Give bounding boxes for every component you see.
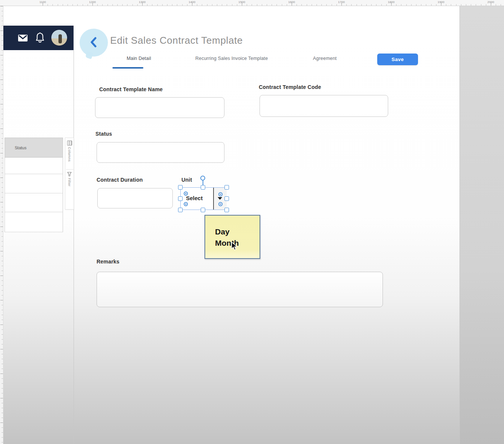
status-table: Status [5, 138, 63, 232]
ruler-tick-label: 2000 [487, 0, 494, 4]
dropdown-options-note: Day Month [204, 215, 260, 259]
resize-handle-w[interactable] [178, 196, 183, 201]
ruler-tick-label: 1800 [388, 0, 395, 4]
contract-duration-label: Contract Duration [97, 177, 143, 183]
tab-recurring-sales-invoice-template[interactable]: Recurring Sales Invoice Template [195, 56, 268, 61]
filter-tool[interactable]: Filter [65, 172, 74, 187]
mouse-cursor-icon [231, 242, 238, 251]
option-day[interactable]: Day [215, 227, 230, 236]
mail-icon[interactable] [18, 34, 28, 42]
save-button[interactable]: Save [377, 54, 418, 65]
active-tab-indicator [112, 67, 143, 69]
chevron-left-icon[interactable] [89, 36, 99, 48]
contract-duration-input[interactable] [97, 188, 173, 208]
resize-handle-sw[interactable] [178, 208, 183, 212]
horizontal-ruler: 1100 1200 1300 1400 1500 1600 1700 1800 … [0, 0, 504, 6]
resize-handle-ne[interactable] [224, 185, 229, 190]
resize-handle-n[interactable] [201, 185, 205, 190]
anchor-point[interactable] [184, 202, 188, 206]
ruler-tick-label: 1600 [288, 0, 295, 4]
dropdown-divider [213, 188, 214, 210]
anchor-point[interactable] [218, 192, 223, 196]
avatar-photo [58, 34, 62, 43]
unit-label: Unit [181, 177, 192, 183]
design-canvas: 1100 1200 1300 1400 1500 1600 1700 1800 … [0, 0, 504, 444]
vertical-ruler [0, 6, 3, 444]
bell-icon[interactable] [35, 32, 45, 43]
contract-template-code-label: Contract Template Code [259, 84, 321, 90]
remarks-textarea[interactable] [97, 272, 383, 307]
ruler-tick-label: 1900 [438, 0, 444, 4]
filter-tool-label: Filter [68, 178, 71, 187]
resize-handle-s[interactable] [201, 208, 205, 212]
unit-select-dropdown[interactable]: Select [180, 187, 227, 210]
filter-icon [67, 172, 72, 176]
toolbar-divider [66, 169, 74, 170]
table-row [5, 193, 63, 212]
ruler-tick-label: 1200 [89, 0, 96, 4]
table-row [5, 174, 63, 193]
contract-template-code-input[interactable] [260, 95, 388, 117]
app-top-bar [3, 26, 74, 50]
columns-tool-label: Columns [68, 147, 71, 162]
resize-handle-e[interactable] [224, 196, 229, 201]
contract-template-name-label: Contract Template Name [99, 86, 163, 92]
resize-handle-se[interactable] [224, 208, 229, 212]
page-title: Edit Sales Contract Template [110, 35, 243, 46]
user-avatar[interactable] [51, 29, 68, 46]
columns-tool[interactable]: Columns [65, 141, 74, 162]
rotation-handle[interactable] [200, 176, 205, 181]
status-column-header-label: Status [15, 145, 26, 150]
panel-divider [74, 50, 74, 444]
table-row [5, 158, 63, 174]
ruler-tick-label: 1300 [139, 0, 146, 4]
tab-agreement[interactable]: Agreement [313, 56, 337, 61]
table-side-toolbar: Columns Filter [65, 138, 74, 210]
select-placeholder: Select [186, 195, 203, 201]
table-row [5, 212, 63, 232]
ruler-tick-label: 1500 [238, 0, 245, 4]
remarks-label: Remarks [97, 259, 120, 265]
ruler-tick-label: 1100 [39, 0, 46, 4]
anchor-point[interactable] [184, 191, 188, 196]
status-label: Status [95, 131, 112, 137]
status-input[interactable] [97, 142, 224, 163]
status-column-header: Status [5, 138, 63, 158]
caret-down-icon [218, 197, 222, 200]
canvas-right-gutter [459, 6, 504, 444]
columns-icon [67, 141, 72, 145]
contract-template-name-input[interactable] [95, 97, 224, 118]
tab-main-detail[interactable]: Main Detail [127, 56, 151, 61]
anchor-point[interactable] [218, 202, 223, 206]
ruler-tick-label: 1700 [338, 0, 345, 4]
resize-handle-nw[interactable] [178, 185, 183, 190]
ruler-tick-label: 1400 [189, 0, 195, 4]
